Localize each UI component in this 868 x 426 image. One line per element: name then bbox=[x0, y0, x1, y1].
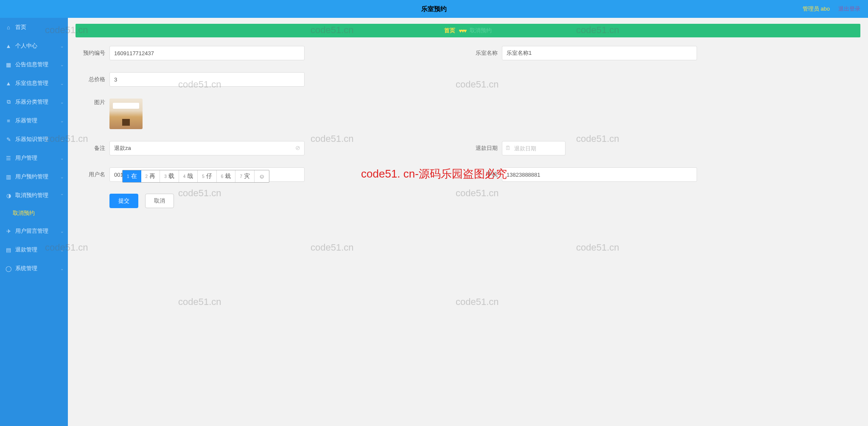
submit-button[interactable]: 提交 bbox=[109, 194, 138, 208]
message-icon: ✈ bbox=[5, 228, 12, 234]
chevron-down-icon: ⌄ bbox=[60, 118, 64, 123]
breadcrumb-home[interactable]: 首页 bbox=[444, 27, 455, 34]
chevron-up-icon: ⌃ bbox=[60, 193, 64, 198]
image-thumbnail[interactable] bbox=[109, 99, 143, 129]
sidebar-item-category[interactable]: ⧉ 乐器分类管理 ⌄ bbox=[0, 93, 68, 111]
chevron-down-icon: ⌄ bbox=[60, 81, 64, 86]
sidebar-item-label: 乐室信息管理 bbox=[15, 79, 48, 87]
copy-icon: ⧉ bbox=[5, 99, 12, 105]
sidebar-item-users[interactable]: ☰ 用户管理 ⌄ bbox=[0, 149, 68, 167]
room-name-input[interactable] bbox=[502, 46, 697, 60]
sidebar-item-label: 用户预约管理 bbox=[15, 173, 48, 181]
sidebar-item-label: 乐器分类管理 bbox=[15, 98, 48, 106]
image-label: 图片 bbox=[76, 99, 109, 106]
room-name-label: 乐室名称 bbox=[468, 49, 502, 57]
room-icon: ▲ bbox=[5, 80, 12, 87]
clear-icon[interactable]: ⊘ bbox=[295, 144, 300, 151]
ime-emoji-icon[interactable]: ☺ bbox=[255, 170, 269, 182]
total-input[interactable] bbox=[109, 72, 305, 87]
app-title: 乐室预约 bbox=[421, 5, 447, 13]
remark-input[interactable] bbox=[109, 141, 305, 155]
ime-candidate[interactable]: 3载 bbox=[160, 170, 179, 182]
chevron-down-icon: ⌄ bbox=[60, 229, 64, 234]
refund-icon: ▤ bbox=[5, 246, 12, 253]
sidebar-item-label: 乐器管理 bbox=[15, 117, 37, 124]
breadcrumb-current: 取消预约 bbox=[470, 27, 492, 34]
sidebar-item-message[interactable]: ✈ 用户留言管理 ⌄ bbox=[0, 222, 68, 240]
sidebar-item-label: 个人中心 bbox=[15, 42, 37, 50]
list-icon: ≡ bbox=[5, 117, 12, 124]
main-content: 首页 ♥♥♥ 取消预约 预约编号 乐室名称 总价格 bbox=[68, 18, 868, 426]
ime-candidate[interactable]: 7灾 bbox=[235, 170, 255, 182]
chevron-down-icon: ⌄ bbox=[60, 266, 64, 271]
sidebar-item-system[interactable]: ◯ 系统管理 ⌄ bbox=[0, 259, 68, 278]
cancel-icon: ◑ bbox=[5, 192, 12, 199]
sidebar-item-cancel-booking[interactable]: ◑ 取消预约管理 ⌃ bbox=[0, 186, 68, 205]
grid-icon: ▦ bbox=[5, 61, 12, 68]
book-icon: ✎ bbox=[5, 136, 12, 143]
phone-label: 手机 bbox=[468, 171, 502, 178]
hearts-icon: ♥♥♥ bbox=[459, 28, 466, 34]
sidebar-item-instrument[interactable]: ≡ 乐器管理 ⌄ bbox=[0, 111, 68, 130]
ime-candidate[interactable]: 1在 bbox=[123, 170, 141, 182]
sidebar-item-home[interactable]: ⌂ 首页 bbox=[0, 18, 68, 37]
sidebar-item-label: 系统管理 bbox=[15, 265, 37, 272]
chevron-down-icon: ⌄ bbox=[60, 156, 64, 161]
home-icon: ⌂ bbox=[5, 24, 12, 31]
chevron-down-icon: ⌄ bbox=[60, 62, 64, 67]
calendar-icon: ▥ bbox=[5, 173, 12, 180]
breadcrumb: 首页 ♥♥♥ 取消预约 bbox=[76, 24, 860, 37]
booking-no-label: 预约编号 bbox=[76, 49, 109, 57]
ime-candidate[interactable]: 6栽 bbox=[217, 170, 236, 182]
sidebar-item-label: 乐器知识管理 bbox=[15, 135, 48, 143]
remark-label: 备注 bbox=[76, 144, 109, 152]
logout-link[interactable]: 退出登录 bbox=[838, 5, 860, 13]
sidebar-item-label: 首页 bbox=[15, 23, 26, 31]
phone-input[interactable] bbox=[502, 167, 697, 182]
chevron-down-icon: ⌄ bbox=[60, 44, 64, 48]
sidebar-item-announce[interactable]: ▦ 公告信息管理 ⌄ bbox=[0, 55, 68, 74]
sidebar-item-user-booking[interactable]: ▥ 用户预约管理 ⌄ bbox=[0, 167, 68, 186]
booking-no-input[interactable] bbox=[109, 46, 305, 60]
chevron-down-icon: ⌄ bbox=[60, 137, 64, 142]
ime-candidate[interactable]: 2再 bbox=[141, 170, 160, 182]
sidebar-item-room[interactable]: ▲ 乐室信息管理 ⌄ bbox=[0, 74, 68, 93]
refund-date-label: 退款日期 bbox=[468, 144, 502, 152]
ime-candidate[interactable]: 5仔 bbox=[198, 170, 217, 182]
ime-candidate[interactable]: 4哉 bbox=[179, 170, 198, 182]
admin-label[interactable]: 管理员 abo bbox=[803, 5, 830, 13]
total-label: 总价格 bbox=[76, 76, 109, 83]
sidebar-item-refund[interactable]: ▤ 退款管理 ⌄ bbox=[0, 240, 68, 259]
sidebar-item-profile[interactable]: ▲ 个人中心 ⌄ bbox=[0, 37, 68, 55]
sidebar: ⌂ 首页 ▲ 个人中心 ⌄ ▦ 公告信息管理 ⌄ ▲ 乐室信息管理 ⌄ ⧉ 乐器… bbox=[0, 18, 68, 426]
ime-candidate-bar[interactable]: 1在 2再 3载 4哉 5仔 6栽 7灾 ☺ bbox=[122, 170, 269, 183]
chevron-down-icon: ⌄ bbox=[60, 100, 64, 104]
sidebar-item-label: 用户留言管理 bbox=[15, 227, 48, 235]
cancel-button[interactable]: 取消 bbox=[145, 194, 174, 208]
chevron-down-icon: ⌄ bbox=[60, 248, 64, 252]
sidebar-item-label: 退款管理 bbox=[15, 246, 37, 254]
sidebar-item-label: 取消预约管理 bbox=[15, 192, 48, 199]
user-icon: ▲ bbox=[5, 42, 12, 49]
form: 预约编号 乐室名称 总价格 图片 bbox=[76, 46, 860, 208]
username-label: 用户名 bbox=[76, 171, 109, 178]
sidebar-item-knowledge[interactable]: ✎ 乐器知识管理 ⌄ bbox=[0, 130, 68, 149]
chevron-down-icon: ⌄ bbox=[60, 175, 64, 179]
users-icon: ☰ bbox=[5, 155, 12, 161]
sidebar-item-label: 用户管理 bbox=[15, 154, 37, 162]
gear-icon: ◯ bbox=[5, 265, 12, 272]
refund-date-input[interactable] bbox=[502, 141, 566, 155]
top-header: 乐室预约 管理员 abo 退出登录 bbox=[0, 0, 868, 18]
sidebar-sub-cancel[interactable]: 取消预约 bbox=[0, 205, 68, 222]
sidebar-item-label: 公告信息管理 bbox=[15, 61, 48, 68]
